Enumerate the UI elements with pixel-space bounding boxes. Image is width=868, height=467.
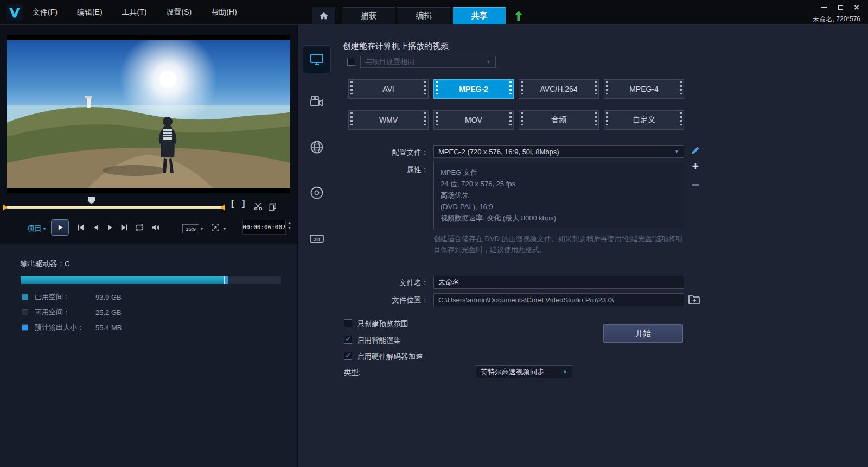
format-hint-text: 创建适合储存在 DVD 的压缩视频文件。如果想要稍后再使用“创建光盘”选项将项目… <box>433 234 687 255</box>
profile-value: MPEG-2 (720 x 576, 16:9, 50i, 8Mbps) <box>438 148 671 156</box>
format-button[interactable]: MOV <box>433 110 514 130</box>
aspect-chevron-icon[interactable]: ▾ <box>201 226 203 231</box>
timecode-display[interactable]: 00:00:06:002 <box>242 220 286 235</box>
menu-help[interactable]: 帮助(H) <box>211 8 237 17</box>
type-label: 类型: <box>344 368 361 377</box>
estimated-size-value: 55.4 MB <box>95 324 122 332</box>
globe-icon <box>309 139 325 155</box>
window-controls: × <box>820 3 860 12</box>
disc-icon <box>309 185 325 201</box>
monitor-icon <box>309 51 325 67</box>
publish-arrow-icon[interactable] <box>514 7 524 24</box>
add-profile-button[interactable]: + <box>690 161 701 172</box>
edit-profile-button[interactable] <box>690 145 701 156</box>
filename-label: 文件名： <box>343 278 429 288</box>
playback-mode-selector[interactable]: 项目▾ <box>27 224 46 234</box>
destination-computer[interactable] <box>303 46 330 73</box>
type-dropdown[interactable]: 英特尔高速视频同步 ▼ <box>476 365 572 378</box>
aspect-ratio-selector[interactable]: 16:9 <box>182 224 199 234</box>
legend-used: 已用空间： 93.9 GB <box>22 293 122 301</box>
destination-3d[interactable]: 3D <box>303 225 330 252</box>
seek-bar[interactable] <box>7 206 222 209</box>
property-line: 24 位, 720 x 576, 25 fps <box>441 178 677 190</box>
tab-share[interactable]: 共享 <box>453 7 506 24</box>
destination-device[interactable] <box>303 88 330 115</box>
same-as-project-dropdown[interactable]: 与项目设置相同 ▼ <box>360 56 496 68</box>
tab-edit[interactable]: 编辑 <box>398 7 450 24</box>
destination-web[interactable] <box>303 134 330 161</box>
menu-settings[interactable]: 设置(S) <box>166 8 192 17</box>
start-button[interactable]: 开始 <box>603 324 683 343</box>
output-drive-label: 输出驱动器：C <box>21 259 70 269</box>
chevron-down-icon: ▼ <box>486 59 491 65</box>
repeat-button[interactable] <box>133 222 145 233</box>
stepper-up-icon[interactable]: ▲ <box>288 220 291 224</box>
legend-swatch <box>22 324 28 331</box>
project-info: 未命名, 720*576 <box>813 15 860 24</box>
volume-button[interactable] <box>150 222 162 233</box>
stepper-down-icon[interactable]: ▼ <box>288 226 291 230</box>
type-value: 英特尔高速视频同步 <box>481 367 559 377</box>
split-clip-icon[interactable] <box>253 201 264 212</box>
profile-dropdown[interactable]: MPEG-2 (720 x 576, 16:9, 50i, 8Mbps) ▼ <box>433 145 684 158</box>
app-logo-icon <box>7 4 23 21</box>
menu-file[interactable]: 文件(F) <box>33 8 58 17</box>
menubar: 文件(F) 编辑(E) 工具(T) 设置(S) 帮助(H) <box>33 0 237 25</box>
used-space-label: 已用空间： <box>35 292 89 302</box>
mark-out-button[interactable]: ] <box>242 199 245 209</box>
menu-tools[interactable]: 工具(T) <box>122 8 147 17</box>
property-line: (DVD-PAL), 16:9 <box>441 201 677 212</box>
legend-swatch <box>22 294 28 300</box>
playhead-handle[interactable] <box>88 197 95 204</box>
preview-range-checkbox[interactable] <box>344 319 352 327</box>
file-location-input[interactable] <box>433 293 684 306</box>
file-location-label: 文件位置： <box>343 295 429 305</box>
skip-start-button[interactable] <box>75 222 87 233</box>
estimated-size-label: 预计输出大小： <box>35 323 89 332</box>
tab-capture[interactable]: 捕获 <box>342 7 395 24</box>
format-button[interactable]: MPEG-4 <box>604 79 684 99</box>
play-button[interactable] <box>51 219 69 236</box>
same-as-project-checkbox[interactable] <box>347 58 355 66</box>
property-line: 视频数据速率: 变化 (最大 8000 kbps) <box>441 212 677 224</box>
free-space-value: 25.2 GB <box>95 308 122 317</box>
destination-disc[interactable] <box>303 179 330 206</box>
skip-end-button[interactable] <box>118 222 130 233</box>
format-button[interactable]: WMV <box>348 110 429 130</box>
menu-edit[interactable]: 编辑(E) <box>77 8 103 17</box>
trim-end-handle[interactable] <box>220 204 225 211</box>
remove-profile-button[interactable] <box>690 179 701 190</box>
smart-render-checkbox[interactable] <box>344 336 352 344</box>
format-button[interactable]: 音频 <box>519 110 599 130</box>
next-frame-button[interactable] <box>104 222 116 233</box>
property-line: MPEG 文件 <box>441 167 677 178</box>
legend-free: 可用空间： 25.2 GB <box>22 308 122 317</box>
folder-icon <box>688 294 700 304</box>
hw-decode-checkbox[interactable] <box>344 352 352 360</box>
minus-icon <box>692 184 699 186</box>
preview-frame-image <box>7 40 290 188</box>
zoom-chevron-icon[interactable]: ▾ <box>224 226 226 231</box>
pencil-icon <box>691 146 700 155</box>
format-button[interactable]: MPEG-2 <box>433 79 514 99</box>
hw-decode-label: 启用硬件解码器加速 <box>357 352 423 362</box>
restore-button[interactable] <box>837 4 844 11</box>
zoom-fit-button[interactable] <box>210 223 221 234</box>
minimize-button[interactable] <box>820 4 828 11</box>
legend-estimated: 预计输出大小： 55.4 MB <box>22 323 122 332</box>
home-button[interactable] <box>312 7 335 24</box>
profile-label: 配置文件： <box>343 148 429 157</box>
browse-folder-button[interactable] <box>688 293 701 305</box>
mark-in-button[interactable]: [ <box>231 199 234 209</box>
filename-input[interactable] <box>433 276 684 289</box>
share-panel: 3D 创建能在计算机上播放的视频 与项目设置相同 ▼ AVI MPEG-2 AV… <box>297 25 868 467</box>
format-button[interactable]: AVI <box>348 79 429 99</box>
estimated-output-fill <box>225 276 228 284</box>
preview-panel: [ ] 项目▾ <box>0 25 297 467</box>
format-button[interactable]: AVC/H.264 <box>519 79 599 99</box>
format-button[interactable]: 自定义 <box>604 110 684 130</box>
multi-trim-icon[interactable] <box>267 201 278 212</box>
close-button[interactable]: × <box>853 4 860 11</box>
previous-frame-button[interactable] <box>90 222 102 233</box>
timecode-stepper[interactable]: ▲▼ <box>288 220 291 230</box>
